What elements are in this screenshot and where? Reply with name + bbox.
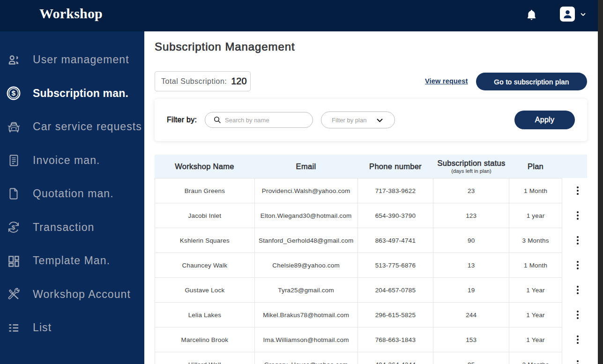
svg-text:$: $ [12,89,16,97]
svg-text:$: $ [12,224,16,231]
